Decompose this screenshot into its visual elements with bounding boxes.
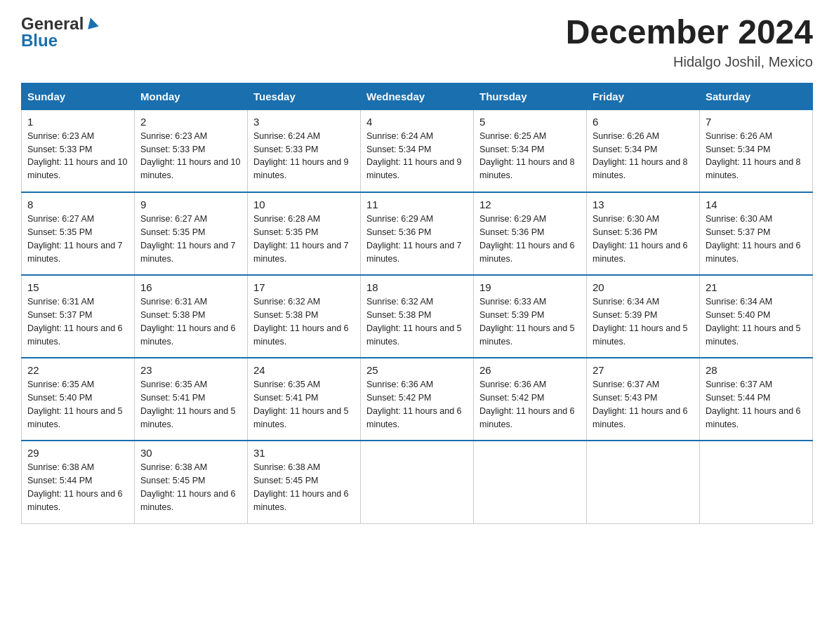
day-info: Sunrise: 6:37 AMSunset: 5:43 PMDaylight:… [593, 378, 694, 431]
column-header-saturday: Saturday [700, 83, 813, 109]
day-number: 18 [366, 281, 468, 293]
day-info: Sunrise: 6:28 AMSunset: 5:35 PMDaylight:… [253, 213, 355, 265]
calendar-cell: 23Sunrise: 6:35 AMSunset: 5:41 PMDayligh… [135, 358, 248, 441]
week-row-3: 15Sunrise: 6:31 AMSunset: 5:37 PMDayligh… [22, 275, 813, 358]
calendar-cell: 24Sunrise: 6:35 AMSunset: 5:41 PMDayligh… [248, 358, 361, 441]
day-info: Sunrise: 6:35 AMSunset: 5:41 PMDaylight:… [253, 378, 355, 431]
calendar-cell: 9Sunrise: 6:27 AMSunset: 5:35 PMDaylight… [135, 192, 248, 275]
calendar-cell [700, 441, 813, 523]
day-info: Sunrise: 6:24 AMSunset: 5:33 PMDaylight:… [253, 130, 355, 182]
calendar-cell: 15Sunrise: 6:31 AMSunset: 5:37 PMDayligh… [22, 275, 135, 358]
day-number: 20 [593, 281, 694, 293]
calendar-cell: 25Sunrise: 6:36 AMSunset: 5:42 PMDayligh… [361, 358, 474, 441]
calendar-cell: 26Sunrise: 6:36 AMSunset: 5:42 PMDayligh… [474, 358, 587, 441]
column-header-wednesday: Wednesday [361, 83, 474, 109]
calendar-cell: 30Sunrise: 6:38 AMSunset: 5:45 PMDayligh… [135, 441, 248, 523]
day-number: 14 [706, 199, 807, 210]
calendar-cell: 11Sunrise: 6:29 AMSunset: 5:36 PMDayligh… [361, 192, 474, 275]
calendar-table: SundayMondayTuesdayWednesdayThursdayFrid… [21, 83, 813, 524]
calendar-cell [474, 441, 587, 523]
day-info: Sunrise: 6:27 AMSunset: 5:35 PMDaylight:… [140, 213, 241, 265]
day-number: 12 [479, 199, 581, 210]
subtitle: Hidalgo Joshil, Mexico [566, 54, 813, 70]
calendar-cell: 6Sunrise: 6:26 AMSunset: 5:34 PMDaylight… [587, 109, 700, 192]
day-info: Sunrise: 6:23 AMSunset: 5:33 PMDaylight:… [140, 130, 241, 182]
page-header: General Blue December 2024 Hidalgo Joshi… [21, 14, 813, 70]
day-info: Sunrise: 6:38 AMSunset: 5:44 PMDaylight:… [27, 461, 128, 514]
calendar-cell: 18Sunrise: 6:32 AMSunset: 5:38 PMDayligh… [361, 275, 474, 358]
column-header-monday: Monday [135, 83, 248, 109]
day-number: 9 [140, 199, 241, 210]
week-row-4: 22Sunrise: 6:35 AMSunset: 5:40 PMDayligh… [22, 358, 813, 441]
day-info: Sunrise: 6:29 AMSunset: 5:36 PMDaylight:… [366, 213, 468, 265]
day-info: Sunrise: 6:34 AMSunset: 5:40 PMDaylight:… [706, 295, 807, 348]
day-number: 23 [140, 364, 241, 376]
day-info: Sunrise: 6:29 AMSunset: 5:36 PMDaylight:… [479, 213, 581, 265]
day-info: Sunrise: 6:25 AMSunset: 5:34 PMDaylight:… [479, 130, 581, 182]
calendar-cell: 22Sunrise: 6:35 AMSunset: 5:40 PMDayligh… [22, 358, 135, 441]
calendar-cell: 31Sunrise: 6:38 AMSunset: 5:45 PMDayligh… [248, 441, 361, 523]
column-header-tuesday: Tuesday [248, 83, 361, 109]
day-number: 15 [27, 281, 128, 293]
day-number: 26 [479, 364, 581, 376]
day-info: Sunrise: 6:33 AMSunset: 5:39 PMDaylight:… [479, 295, 581, 348]
day-info: Sunrise: 6:38 AMSunset: 5:45 PMDaylight:… [253, 461, 355, 514]
day-info: Sunrise: 6:23 AMSunset: 5:33 PMDaylight:… [27, 130, 128, 182]
day-number: 4 [366, 116, 468, 128]
day-number: 1 [27, 116, 128, 128]
logo: General Blue [21, 14, 98, 51]
day-number: 21 [706, 281, 807, 293]
day-number: 24 [253, 364, 355, 376]
calendar-cell: 2Sunrise: 6:23 AMSunset: 5:33 PMDaylight… [135, 109, 248, 192]
day-number: 27 [593, 364, 694, 376]
calendar-cell: 19Sunrise: 6:33 AMSunset: 5:39 PMDayligh… [474, 275, 587, 358]
calendar-cell: 16Sunrise: 6:31 AMSunset: 5:38 PMDayligh… [135, 275, 248, 358]
day-number: 28 [706, 364, 807, 376]
week-row-1: 1Sunrise: 6:23 AMSunset: 5:33 PMDaylight… [22, 109, 813, 192]
day-number: 13 [593, 199, 694, 210]
calendar-cell: 27Sunrise: 6:37 AMSunset: 5:43 PMDayligh… [587, 358, 700, 441]
calendar-cell: 20Sunrise: 6:34 AMSunset: 5:39 PMDayligh… [587, 275, 700, 358]
day-number: 29 [27, 447, 128, 459]
logo-blue-text: Blue [21, 31, 58, 51]
calendar-cell: 13Sunrise: 6:30 AMSunset: 5:36 PMDayligh… [587, 192, 700, 275]
day-info: Sunrise: 6:30 AMSunset: 5:37 PMDaylight:… [706, 213, 807, 265]
calendar-cell: 17Sunrise: 6:32 AMSunset: 5:38 PMDayligh… [248, 275, 361, 358]
day-number: 22 [27, 364, 128, 376]
main-title: December 2024 [566, 14, 813, 51]
day-number: 10 [253, 199, 355, 210]
day-info: Sunrise: 6:34 AMSunset: 5:39 PMDaylight:… [593, 295, 694, 348]
day-info: Sunrise: 6:24 AMSunset: 5:34 PMDaylight:… [366, 130, 468, 182]
calendar-cell: 14Sunrise: 6:30 AMSunset: 5:37 PMDayligh… [700, 192, 813, 275]
calendar-cell: 21Sunrise: 6:34 AMSunset: 5:40 PMDayligh… [700, 275, 813, 358]
day-number: 16 [140, 281, 241, 293]
day-info: Sunrise: 6:30 AMSunset: 5:36 PMDaylight:… [593, 213, 694, 265]
column-header-sunday: Sunday [22, 83, 135, 109]
calendar-cell [361, 441, 474, 523]
day-number: 7 [706, 116, 807, 128]
day-info: Sunrise: 6:26 AMSunset: 5:34 PMDaylight:… [706, 130, 807, 182]
calendar-cell [587, 441, 700, 523]
calendar-header-row: SundayMondayTuesdayWednesdayThursdayFrid… [22, 83, 813, 109]
calendar-cell: 28Sunrise: 6:37 AMSunset: 5:44 PMDayligh… [700, 358, 813, 441]
day-number: 2 [140, 116, 241, 128]
svg-marker-0 [86, 17, 98, 29]
calendar-cell: 5Sunrise: 6:25 AMSunset: 5:34 PMDaylight… [474, 109, 587, 192]
day-number: 31 [253, 447, 355, 459]
day-info: Sunrise: 6:32 AMSunset: 5:38 PMDaylight:… [253, 295, 355, 348]
day-number: 19 [479, 281, 581, 293]
week-row-5: 29Sunrise: 6:38 AMSunset: 5:44 PMDayligh… [22, 441, 813, 523]
day-info: Sunrise: 6:27 AMSunset: 5:35 PMDaylight:… [27, 213, 128, 265]
calendar-cell: 29Sunrise: 6:38 AMSunset: 5:44 PMDayligh… [22, 441, 135, 523]
day-info: Sunrise: 6:31 AMSunset: 5:38 PMDaylight:… [140, 295, 241, 348]
day-number: 5 [479, 116, 581, 128]
day-info: Sunrise: 6:38 AMSunset: 5:45 PMDaylight:… [140, 461, 241, 514]
calendar-cell: 12Sunrise: 6:29 AMSunset: 5:36 PMDayligh… [474, 192, 587, 275]
calendar-cell: 10Sunrise: 6:28 AMSunset: 5:35 PMDayligh… [248, 192, 361, 275]
day-info: Sunrise: 6:35 AMSunset: 5:40 PMDaylight:… [27, 378, 128, 431]
day-info: Sunrise: 6:37 AMSunset: 5:44 PMDaylight:… [706, 378, 807, 431]
day-info: Sunrise: 6:32 AMSunset: 5:38 PMDaylight:… [366, 295, 468, 348]
day-info: Sunrise: 6:36 AMSunset: 5:42 PMDaylight:… [479, 378, 581, 431]
title-block: December 2024 Hidalgo Joshil, Mexico [566, 14, 813, 70]
week-row-2: 8Sunrise: 6:27 AMSunset: 5:35 PMDaylight… [22, 192, 813, 275]
